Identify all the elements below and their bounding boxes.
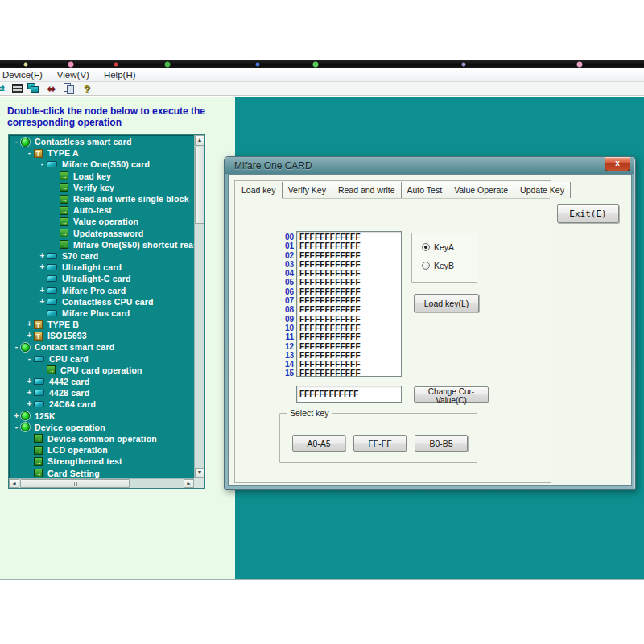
close-icon[interactable]: x xyxy=(605,157,630,171)
collapse-icon[interactable]: - xyxy=(12,341,21,353)
select-key-button-b0-b5[interactable]: B0-B5 xyxy=(415,435,468,452)
key-slot-value[interactable]: FFFFFFFFFFFF xyxy=(299,260,401,269)
key-slot-value[interactable]: FFFFFFFFFFFF xyxy=(299,278,401,287)
tree-node-mifare-one-s50-card[interactable]: -Mifare One(S50) card xyxy=(9,159,194,170)
expand-icon[interactable]: + xyxy=(25,319,34,330)
tree-vertical-scrollbar[interactable]: ▲ ▼ xyxy=(194,135,204,478)
expand-icon[interactable]: + xyxy=(38,285,47,296)
key-slot-value[interactable]: FFFFFFFFFFFF xyxy=(299,351,401,360)
tree-node-device-operation[interactable]: -Device operation xyxy=(9,422,194,433)
expand-icon[interactable]: + xyxy=(38,262,47,273)
current-value-input[interactable] xyxy=(296,386,402,402)
select-key-button-ff-ff[interactable]: FF-FF xyxy=(353,435,407,452)
scroll-up-icon[interactable]: ▲ xyxy=(195,135,204,146)
menu-item-view-v[interactable]: View(V) xyxy=(50,70,97,80)
scroll-left-icon[interactable]: ◄ xyxy=(9,479,19,488)
tab-value-operate[interactable]: Value Operate xyxy=(448,182,514,198)
key-slot-value[interactable]: FFFFFFFFFFFF xyxy=(299,296,401,305)
radio-keyb[interactable]: KeyB xyxy=(422,261,454,270)
tree-node-4428-card[interactable]: +4428 card xyxy=(9,387,194,398)
change-cur-value-button[interactable]: Change Cur-Value(C) xyxy=(414,386,489,402)
load-key-button[interactable]: Load key(L) xyxy=(414,294,479,312)
expand-icon[interactable]: + xyxy=(25,398,34,410)
key-slot-value[interactable]: FFFFFFFFFFFF xyxy=(299,251,401,260)
tree-node-iso15693[interactable]: +ISO15693 xyxy=(9,330,194,341)
tree-node-load-key[interactable]: Load key xyxy=(9,171,194,182)
key-slot-value[interactable]: FFFFFFFFFFFF xyxy=(299,233,401,242)
tree-node-24c64-card[interactable]: +24C64 card xyxy=(9,398,194,410)
exit-button[interactable]: Exit(E) xyxy=(557,204,619,223)
key-slot-value[interactable]: FFFFFFFFFFFF xyxy=(299,360,401,369)
tab-update-key[interactable]: Update Key xyxy=(514,182,571,198)
vertical-scroll-thumb[interactable] xyxy=(195,147,204,224)
tree-node-lcd-operation[interactable]: LCD operation xyxy=(9,444,194,456)
tab-strip: Load keyVerify KeyRead and writeAuto Tes… xyxy=(236,182,550,199)
tree-node-mifare-one-s50-shortcut-read-w[interactable]: Mifare One(S50) shortcut read-w xyxy=(9,239,194,250)
key-slot-value[interactable]: FFFFFFFFFFFF xyxy=(299,324,401,332)
tab-verify-key[interactable]: Verify Key xyxy=(283,182,332,198)
key-slot-value[interactable]: FFFFFFFFFFFF xyxy=(299,287,401,296)
help-icon[interactable]: ? xyxy=(80,83,93,94)
tree-node-type-b[interactable]: +TYPE B xyxy=(9,319,194,330)
tree-node-type-a[interactable]: -TYPE A xyxy=(9,147,194,159)
horizontal-scroll-thumb[interactable] xyxy=(20,479,130,488)
expand-icon[interactable]: + xyxy=(38,296,47,308)
menu-item-device-f[interactable]: Device(F) xyxy=(0,70,50,80)
sync-icon[interactable]: ⇄ xyxy=(0,83,7,94)
tree-node-contactless-smart-card[interactable]: -Contactless smart card xyxy=(9,136,194,147)
key-slot-value[interactable]: FFFFFFFFFFFF xyxy=(299,315,401,324)
tree-node-mifare-pro-card[interactable]: +Mifare Pro card xyxy=(9,284,194,295)
key-slot-value[interactable]: FFFFFFFFFFFF xyxy=(299,369,401,377)
radio-keya[interactable]: KeyA xyxy=(422,242,454,252)
tab-load-key[interactable]: Load key xyxy=(236,182,283,199)
action-icon xyxy=(60,240,68,249)
expand-icon[interactable]: + xyxy=(25,376,34,387)
key-slot-value[interactable]: FFFFFFFFFFFF xyxy=(299,342,401,351)
tree-node-read-and-write-single-block[interactable]: Read and write single block xyxy=(9,193,194,204)
tree-node-125k[interactable]: +125K xyxy=(9,411,194,422)
scroll-down-icon[interactable]: ▼ xyxy=(195,468,204,478)
tree-node-updatepassword[interactable]: Updatepassword xyxy=(9,228,194,239)
tree-node-4442-card[interactable]: +4442 card xyxy=(9,376,194,387)
scroll-right-icon[interactable]: ► xyxy=(184,479,194,488)
collapse-icon[interactable]: - xyxy=(25,353,34,365)
collapse-icon[interactable]: - xyxy=(12,136,21,147)
tree-node-s70-card[interactable]: +S70 card xyxy=(9,250,194,262)
cards-icon[interactable] xyxy=(27,83,40,94)
expand-icon[interactable]: + xyxy=(25,330,34,341)
menu-item-help-h[interactable]: Help(H) xyxy=(97,70,143,80)
tree-node-contactless-cpu-card[interactable]: +Contactless CPU card xyxy=(9,296,194,308)
key-slot-value[interactable]: FFFFFFFFFFFF xyxy=(299,332,401,341)
key-slot-value[interactable]: FFFFFFFFFFFF xyxy=(299,305,401,314)
expand-icon[interactable]: + xyxy=(38,250,47,262)
expand-icon[interactable]: + xyxy=(12,411,21,422)
tree-node-value-operation[interactable]: Value operation xyxy=(9,216,194,227)
tree-node-mifare-plus-card[interactable]: Mifare Plus card xyxy=(9,308,194,319)
select-key-button-a0-a5[interactable]: A0-A5 xyxy=(292,435,345,452)
dialog-titlebar[interactable]: Mifare One CARD xyxy=(225,157,634,174)
tab-read-and-write[interactable]: Read and write xyxy=(332,182,402,198)
tree-node-contact-smart-card[interactable]: -Contact smart card xyxy=(9,341,194,353)
expand-icon[interactable]: + xyxy=(25,387,34,398)
tree-node-ultralight-c-card[interactable]: Ultralight-C card xyxy=(9,273,194,284)
collapse-icon[interactable]: - xyxy=(38,159,47,170)
key-slot-value[interactable]: FFFFFFFFFFFF xyxy=(299,242,401,250)
circle-icon xyxy=(21,138,30,147)
key-slot-value[interactable]: FFFFFFFFFFFF xyxy=(299,269,401,278)
tree-node-auto-test[interactable]: Auto-test xyxy=(9,204,194,216)
tree-node-strengthened-test[interactable]: Strengthened test xyxy=(9,456,194,467)
tree-node-card-setting[interactable]: Card Setting xyxy=(9,467,194,478)
collapse-icon[interactable]: - xyxy=(25,147,34,159)
key-listbox[interactable]: FFFFFFFFFFFFFFFFFFFFFFFFFFFFFFFFFFFFFFFF… xyxy=(296,231,402,377)
transfer-arrows-icon[interactable]: ⬌ xyxy=(45,83,58,94)
list-icon[interactable] xyxy=(12,84,23,93)
copy-pages-icon[interactable] xyxy=(63,83,76,94)
tree-node-ultralight-card[interactable]: +Ultralight card xyxy=(9,262,194,273)
tree-node-cpu-card[interactable]: -CPU card xyxy=(9,353,194,365)
tree-node-cpu-card-operation[interactable]: CPU card operation xyxy=(9,365,194,376)
tree-node-device-common-operation[interactable]: Device common operation xyxy=(9,433,194,444)
tree-horizontal-scrollbar[interactable]: ◄ ► xyxy=(9,478,194,488)
tab-auto-test[interactable]: Auto Test xyxy=(402,182,449,198)
tree-node-verify-key[interactable]: Verify key xyxy=(9,182,194,193)
collapse-icon[interactable]: - xyxy=(12,422,21,433)
